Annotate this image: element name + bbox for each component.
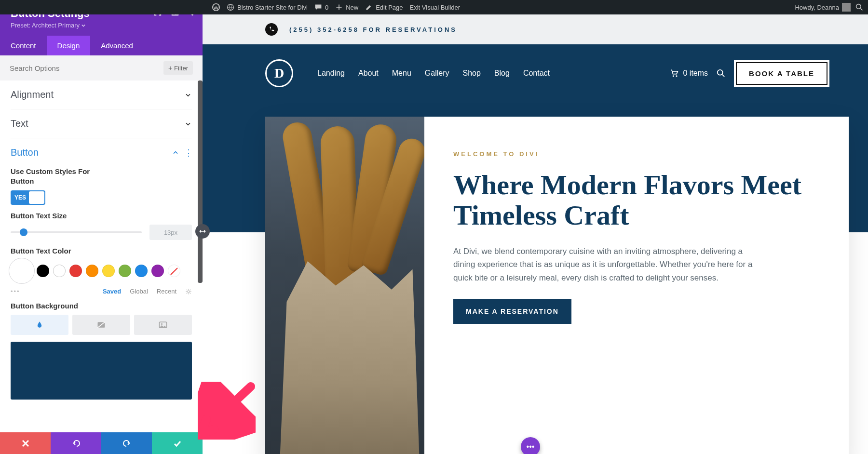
color-swatch-none[interactable] xyxy=(168,265,180,277)
nav-link[interactable]: Blog xyxy=(494,69,510,78)
nav-link[interactable]: Menu xyxy=(392,69,411,78)
tab-content[interactable]: Content xyxy=(0,36,47,55)
avatar xyxy=(842,3,851,12)
color-swatch[interactable] xyxy=(53,265,66,277)
gear-icon[interactable] xyxy=(185,288,192,295)
new-link[interactable]: New xyxy=(335,3,358,11)
hero-cta-button[interactable]: MAKE A RESERVATION xyxy=(453,299,571,324)
svg-point-12 xyxy=(673,75,674,77)
phone-text: (255) 352-6258 FOR RESERVATIONS xyxy=(289,26,457,33)
phone-icon xyxy=(265,23,278,36)
svg-point-13 xyxy=(676,75,678,77)
section-text[interactable]: Text xyxy=(11,109,192,138)
chevron-down-icon xyxy=(184,91,192,99)
comments-link[interactable]: 0 xyxy=(314,3,328,11)
color-swatch[interactable] xyxy=(86,265,98,277)
color-swatch[interactable] xyxy=(69,265,82,277)
search-input[interactable] xyxy=(10,64,159,72)
color-swatch[interactable] xyxy=(37,265,49,277)
filter-button[interactable]: +Filter xyxy=(163,61,193,75)
panel-resize-handle[interactable] xyxy=(195,224,210,239)
color-swatch[interactable] xyxy=(102,265,115,277)
text-size-slider[interactable] xyxy=(11,231,142,233)
wp-logo-icon[interactable] xyxy=(212,3,220,11)
nav-link[interactable]: Landing xyxy=(317,69,345,78)
nav-link[interactable]: Contact xyxy=(523,69,550,78)
wp-admin-bar: Bistro Starter Site for Divi 0 New Edit … xyxy=(0,0,868,14)
slider-thumb[interactable] xyxy=(20,228,27,236)
redo-button[interactable] xyxy=(101,432,152,454)
chevron-up-icon xyxy=(172,149,179,157)
edit-page-link[interactable]: Edit Page xyxy=(365,3,403,11)
tab-design[interactable]: Design xyxy=(47,36,91,55)
hero-eyebrow: WELCOME TO DIVI xyxy=(453,150,820,158)
field-bg-label: Button Background xyxy=(11,302,192,310)
nav-wrap: D Landing About Menu Gallery Shop Blog C… xyxy=(203,44,868,232)
hero-card: WELCOME TO DIVI Where Modern Flavors Mee… xyxy=(265,117,849,454)
hero-image xyxy=(265,117,424,454)
module-options-fab[interactable]: ••• xyxy=(521,437,540,454)
page-preview: (255) 352-6258 FOR RESERVATIONS D Landin… xyxy=(203,0,868,454)
color-swatch[interactable] xyxy=(119,265,131,277)
bg-tab-gradient[interactable] xyxy=(72,315,130,335)
nav-links: Landing About Menu Gallery Shop Blog Con… xyxy=(317,69,550,78)
undo-button[interactable] xyxy=(51,432,101,454)
cart-link[interactable]: 0 items xyxy=(669,68,708,78)
settings-panel: Button Settings Preset: Architect Primar… xyxy=(0,0,203,454)
section-alignment[interactable]: Alignment xyxy=(11,80,192,109)
section-more-icon[interactable]: ⋮ xyxy=(184,147,192,158)
svg-point-14 xyxy=(718,70,723,75)
scrollbar[interactable] xyxy=(198,80,203,283)
swatch-saved-tab[interactable]: Saved xyxy=(103,288,121,295)
exit-vb-link[interactable]: Exit Visual Builder xyxy=(410,4,461,11)
wp-search-icon[interactable] xyxy=(855,3,863,11)
panel-footer xyxy=(0,432,203,454)
preset-selector[interactable]: Preset: Architect Primary xyxy=(11,22,192,29)
chevron-down-icon xyxy=(184,120,192,128)
site-logo[interactable]: D xyxy=(265,59,293,87)
nav-link[interactable]: Shop xyxy=(462,69,480,78)
svg-point-11 xyxy=(161,323,163,325)
cancel-button[interactable] xyxy=(0,432,51,454)
swatch-recent-tab[interactable]: Recent xyxy=(157,288,176,295)
swatch-global-tab[interactable]: Global xyxy=(130,288,148,295)
section-button[interactable]: Button ⋮ xyxy=(11,138,192,167)
color-swatch[interactable] xyxy=(135,265,148,277)
hero-title: Where Modern Flavors Meet Timeless Craft xyxy=(453,170,820,230)
more-swatches-icon[interactable]: ••• xyxy=(11,288,20,295)
hero-paragraph: At Divi, we blend contemporary cuisine w… xyxy=(453,245,767,284)
save-button[interactable] xyxy=(152,432,203,454)
color-swatch[interactable] xyxy=(151,265,164,277)
top-strip: (255) 352-6258 FOR RESERVATIONS xyxy=(203,14,868,44)
color-swatch-selected[interactable] xyxy=(11,260,33,282)
nav-search-icon[interactable] xyxy=(717,69,725,78)
nav-link[interactable]: Gallery xyxy=(425,69,449,78)
use-custom-toggle[interactable]: YES xyxy=(11,190,45,205)
field-text-size-label: Button Text Size xyxy=(11,212,192,220)
navbar: D Landing About Menu Gallery Shop Blog C… xyxy=(203,56,868,90)
svg-point-2 xyxy=(856,4,861,9)
svg-point-8 xyxy=(188,290,190,292)
bg-tab-image[interactable] xyxy=(134,315,192,335)
bg-color-preview[interactable] xyxy=(11,342,192,400)
bg-tab-color[interactable] xyxy=(11,315,68,335)
search-row: +Filter xyxy=(0,55,203,80)
field-use-custom-label: Use Custom Styles For Button xyxy=(11,167,97,186)
text-size-value[interactable]: 13px xyxy=(149,225,192,240)
field-text-color-label: Button Text Color xyxy=(11,247,192,255)
site-name-link[interactable]: Bistro Starter Site for Divi xyxy=(227,3,308,11)
nav-link[interactable]: About xyxy=(358,69,379,78)
toggle-knob xyxy=(29,191,44,204)
book-table-button[interactable]: BOOK A TABLE xyxy=(734,60,829,87)
greeting[interactable]: Howdy, Deanna xyxy=(795,3,851,12)
color-swatches xyxy=(11,260,192,282)
tab-advanced[interactable]: Advanced xyxy=(90,36,203,55)
